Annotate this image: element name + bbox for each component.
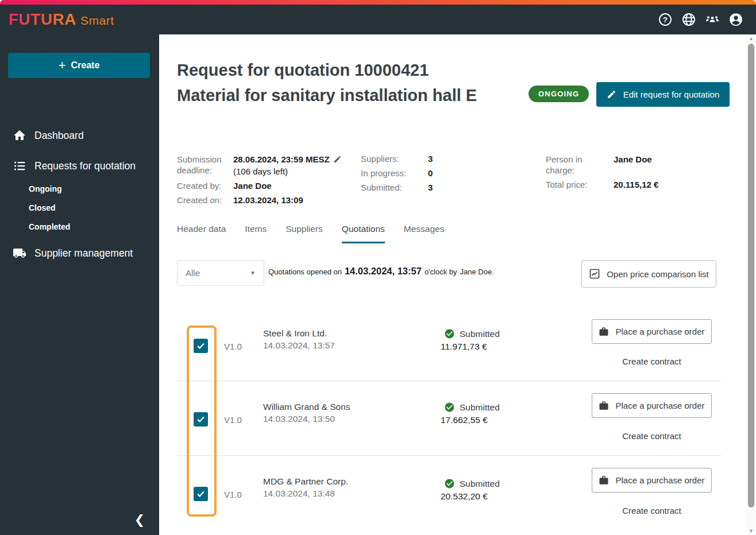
create-contract-link[interactable]: Create contract — [592, 356, 712, 366]
header-icons: ? — [658, 12, 743, 27]
tab-bar: Header data Items Suppliers Quotations M… — [177, 224, 444, 243]
quotation-price: 11.971,73 € — [441, 342, 500, 352]
sidebar-subitem-completed[interactable]: Completed — [29, 220, 70, 233]
quotation-version: V1.0 — [224, 490, 242, 499]
page-title-line2: Material for sanitary installation hall … — [177, 83, 477, 108]
create-contract-link[interactable]: Create contract — [592, 431, 712, 441]
tab-messages[interactable]: Messages — [404, 224, 445, 243]
sidebar-subitem-ongoing[interactable]: Ongoing — [29, 183, 62, 195]
quotation-row: V1.0 MDG & Partner Corp. 14.03.2024, 13:… — [177, 455, 721, 530]
opened-info-prefix: Quotations opened on — [268, 268, 342, 276]
scroll-down-arrow-icon[interactable]: ▼ — [746, 527, 756, 535]
edit-deadline-pencil-icon[interactable] — [333, 156, 342, 165]
open-price-comparison-button[interactable]: Open price comparison list — [581, 260, 716, 288]
created-on-value: 12.03.2024, 13:09 — [233, 195, 342, 206]
created-by-value: Jane Doe — [233, 180, 342, 191]
quotation-status: Submitted 11.971,73 € — [444, 328, 500, 352]
place-purchase-order-label: Place a purchase order — [615, 327, 704, 336]
tab-suppliers[interactable]: Suppliers — [286, 224, 323, 243]
app-window: FUTURASmart ? + Create Dashboa — [0, 0, 756, 535]
app-header: FUTURASmart ? — [0, 5, 756, 34]
sidebar-item-requests-for-quotation[interactable]: Requests for quotation — [0, 157, 159, 175]
place-purchase-order-button[interactable]: Place a purchase order — [592, 319, 712, 344]
globe-icon[interactable] — [681, 12, 696, 27]
submitted-value: 3 — [428, 183, 433, 193]
help-icon[interactable]: ? — [658, 12, 673, 27]
quotation-price: 17.662,55 € — [441, 415, 500, 425]
create-button[interactable]: + Create — [8, 53, 150, 78]
meta-column-counts: Suppliers: 3 In progress: 0 Submitted: 3 — [361, 154, 433, 193]
logo-secondary: Smart — [80, 14, 114, 27]
opened-info-suffix: o'clock by — [425, 268, 457, 276]
chevron-down-icon: ▼ — [250, 270, 256, 276]
quotation-checkbox[interactable] — [194, 487, 208, 501]
briefcase-icon — [599, 401, 609, 411]
sidebar-item-label: Supplier management — [34, 247, 133, 259]
status-text: Submitted — [460, 329, 500, 339]
sidebar-subitem-closed[interactable]: Closed — [29, 201, 56, 214]
sidebar-subitem-label: Completed — [29, 222, 70, 231]
quotation-filter-select[interactable]: Alle ▼ — [177, 260, 264, 286]
filter-selected-value: Alle — [186, 268, 200, 278]
briefcase-icon — [599, 327, 609, 337]
meta-column-left: Submission deadline: 28.06.2024, 23:59 M… — [177, 154, 342, 206]
tab-header-data[interactable]: Header data — [177, 224, 226, 243]
place-purchase-order-button[interactable]: Place a purchase order — [592, 468, 712, 493]
quotation-date: 14.03.2024, 13:57 — [263, 340, 335, 351]
community-icon[interactable] — [705, 12, 720, 27]
sidebar-collapse-chevron-icon[interactable]: ❮ — [130, 511, 149, 529]
chart-icon — [589, 268, 600, 280]
status-text: Submitted — [460, 479, 500, 489]
sidebar-subitem-label: Ongoing — [29, 184, 62, 193]
scrollbar-thumb[interactable] — [748, 44, 754, 507]
in-progress-value: 0 — [428, 168, 433, 179]
list-icon — [13, 159, 26, 173]
sidebar-item-supplier-management[interactable]: Supplier management — [0, 244, 159, 262]
vertical-scrollbar: ▲ ▼ — [746, 34, 756, 535]
app-logo: FUTURASmart — [9, 10, 114, 29]
create-contract-link[interactable]: Create contract — [592, 506, 712, 515]
scroll-up-arrow-icon[interactable]: ▲ — [746, 34, 756, 42]
quotation-version: V1.0 — [224, 415, 242, 425]
quotation-supplier: MDG & Partner Corp. 14.03.2024, 13:48 — [263, 476, 348, 499]
svg-text:?: ? — [663, 15, 668, 24]
opened-info-user: Jane Doe. — [460, 268, 494, 276]
tab-items[interactable]: Items — [245, 224, 267, 243]
briefcase-icon — [599, 475, 609, 486]
place-purchase-order-label: Place a purchase order — [615, 401, 704, 410]
create-button-label: Create — [71, 60, 100, 71]
check-icon — [196, 489, 206, 499]
status-text: Submitted — [460, 402, 500, 413]
quotation-supplier: Steel & Iron Ltd. 14.03.2024, 13:57 — [263, 328, 335, 351]
quotation-row: V1.0 Steel & Iron Ltd. 14.03.2024, 13:57… — [177, 308, 721, 383]
account-icon[interactable] — [728, 12, 743, 27]
quotation-supplier: William Grand & Sons 14.03.2024, 13:50 — [263, 402, 350, 424]
quotation-checkbox[interactable] — [194, 412, 208, 427]
person-in-charge-label: Person in charge: — [546, 154, 592, 176]
check-icon — [196, 414, 206, 424]
quotation-price: 20.532,20 € — [441, 491, 500, 502]
main-content: Request for quotation 10000421 Material … — [159, 34, 746, 535]
edit-request-button[interactable]: Edit request for quotation — [596, 82, 730, 107]
check-circle-icon — [444, 402, 455, 413]
row-divider — [177, 381, 721, 381]
supplier-name: William Grand & Sons — [263, 402, 350, 412]
check-circle-icon — [444, 328, 455, 339]
sidebar: + Create Dashboard Requests for quotatio… — [0, 34, 159, 535]
page-title: Request for quotation 10000421 Material … — [177, 57, 477, 108]
status-badge: ONGOING — [529, 86, 589, 102]
quotation-version: V1.0 — [224, 342, 242, 351]
tab-quotations[interactable]: Quotations — [342, 224, 385, 243]
sidebar-item-dashboard[interactable]: Dashboard — [0, 126, 159, 145]
place-purchase-order-button[interactable]: Place a purchase order — [592, 393, 712, 418]
quotation-checkbox[interactable] — [194, 339, 208, 353]
created-on-label: Created on: — [177, 195, 233, 206]
total-price-label: Total price: — [546, 179, 614, 190]
quotation-date: 14.03.2024, 13:48 — [263, 489, 348, 499]
row-divider — [177, 455, 721, 456]
quotation-date: 14.03.2024, 13:50 — [263, 414, 350, 424]
submission-deadline-label: Submission deadline: — [177, 154, 233, 177]
quotation-status: Submitted 20.532,20 € — [444, 478, 500, 502]
quotation-status: Submitted 17.662,55 € — [444, 402, 500, 425]
suppliers-label: Suppliers: — [361, 154, 428, 164]
